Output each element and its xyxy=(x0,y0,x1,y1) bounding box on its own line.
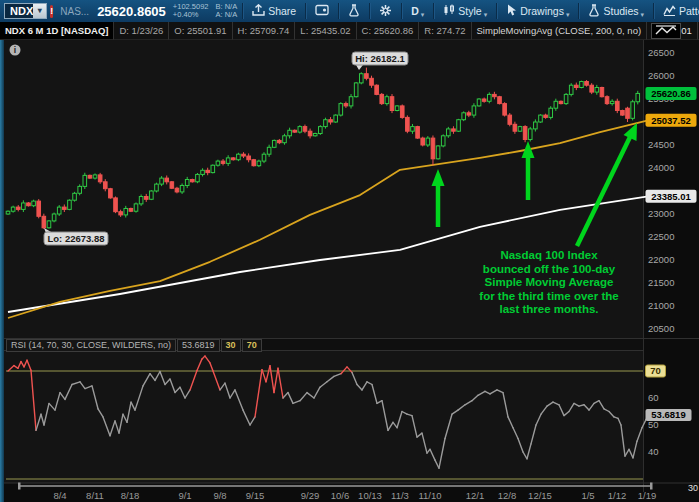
svg-text:Hi: 26182.1: Hi: 26182.1 xyxy=(355,53,405,64)
svg-text:Nasdaq 100 Index: Nasdaq 100 Index xyxy=(500,249,598,261)
rsi-header: RSI (14, 70, 30, CLOSE, WILDERS, no) 53.… xyxy=(6,339,263,352)
date-tick: 9/8 xyxy=(213,490,226,501)
price-chart: Hi: 26182.1Lo: 22673.88Nasdaq 100 Indexb… xyxy=(0,40,699,502)
alert-badge-icon[interactable]: ! xyxy=(50,5,53,18)
svg-text:last three months.: last three months. xyxy=(499,303,598,315)
window-edge xyxy=(0,40,4,502)
gear-icon xyxy=(379,4,392,19)
price-tick: 26000 xyxy=(648,70,674,81)
ohlc-date: D: 1/23/26 xyxy=(114,22,169,40)
svg-text:bounced off the 100-day: bounced off the 100-day xyxy=(483,263,616,275)
svg-text:25037.52: 25037.52 xyxy=(651,115,691,126)
date-tick: 12/1 xyxy=(466,490,485,501)
chart-info-row: NDX 6 M 1D [NASDAQ] D: 1/23/26 O: 25501.… xyxy=(0,22,699,40)
chart-stage: RSI (14, 70, 30, CLOSE, WILDERS, no) 53.… xyxy=(0,40,699,502)
flask-icon xyxy=(348,4,360,19)
cursor-icon xyxy=(506,4,517,18)
symbol-value: NDX xyxy=(10,5,33,17)
svg-text:30: 30 xyxy=(688,483,698,493)
date-tick: 9/29 xyxy=(301,490,320,501)
quick-study-button[interactable] xyxy=(344,0,364,22)
date-tick: 10/13 xyxy=(358,490,382,501)
price-tick: 23000 xyxy=(648,208,674,219)
news-icon xyxy=(315,4,329,18)
interval-button[interactable]: D▾ xyxy=(407,0,428,22)
price-tick: 26500 xyxy=(648,47,674,58)
date-tick: 12/15 xyxy=(528,490,552,501)
rsi-value: 53.6819 xyxy=(177,339,220,352)
share-button[interactable]: Share xyxy=(248,0,300,22)
ohlc-low: L: 25435.02 xyxy=(295,22,356,40)
date-tick: 10/6 xyxy=(331,490,350,501)
exchange-label: NAS... xyxy=(60,6,89,17)
time-slider[interactable] xyxy=(18,483,653,490)
date-tick: 12/8 xyxy=(498,490,517,501)
study-label[interactable]: SimpleMovingAvg (CLOSE, 200, 0, no) xyxy=(472,22,648,40)
share-icon xyxy=(252,4,265,18)
date-tick: 1/19 xyxy=(638,490,657,501)
price-tick: 21000 xyxy=(648,300,674,311)
svg-text:53.6819: 53.6819 xyxy=(651,409,685,420)
patterns-button[interactable]: Patterns▾ xyxy=(659,0,699,22)
studies-flask-icon xyxy=(588,4,600,19)
rsi-oversold-level: 30 xyxy=(221,339,241,352)
date-tick: 11/10 xyxy=(418,490,441,501)
price-tick: 21500 xyxy=(648,277,674,288)
style-button[interactable]: Style▾ xyxy=(439,0,491,22)
date-tick: 8/11 xyxy=(86,490,104,501)
zigzag-icon xyxy=(654,22,678,40)
style-icon xyxy=(443,4,455,18)
ohlc-high: H: 25709.74 xyxy=(233,22,296,40)
ohlc-close: C: 25620.86 xyxy=(357,22,420,40)
svg-text:i: i xyxy=(14,45,16,55)
date-tick: 8/4 xyxy=(53,490,66,501)
price-axis[interactable] xyxy=(644,40,699,502)
ask-value: A: N/A xyxy=(216,11,238,19)
svg-text:Lo: 22673.88: Lo: 22673.88 xyxy=(47,233,104,244)
top-toolbar: NDX ▾ ! NAS... 25620.8605 +102.5092 +0.4… xyxy=(0,0,699,22)
studies-button[interactable]: Studies▾ xyxy=(584,0,648,22)
svg-text:40: 40 xyxy=(648,446,659,457)
chart-mode-button[interactable] xyxy=(651,23,681,39)
date-tick: 11/3 xyxy=(391,490,409,501)
price-tick: 22000 xyxy=(648,254,674,265)
date-tick: 9/15 xyxy=(246,490,265,501)
date-tick: 8/18 xyxy=(121,490,140,501)
svg-text:60: 60 xyxy=(648,392,659,403)
news-button[interactable] xyxy=(311,0,333,22)
ohlc-open: O: 25501.91 xyxy=(169,22,232,40)
change-stack: +102.5092 +0.40% xyxy=(173,3,209,19)
svg-text:70: 70 xyxy=(650,365,661,376)
date-tick: 1/12 xyxy=(608,490,627,501)
date-tick: 1/5 xyxy=(581,490,594,501)
price-tick: 20500 xyxy=(648,323,674,334)
drawings-button[interactable]: Drawings▾ xyxy=(502,0,573,22)
price-tick: 22500 xyxy=(648,231,674,242)
change-percent: +0.40% xyxy=(173,11,209,19)
rsi-overbought-level: 70 xyxy=(242,339,262,352)
chart-title: NDX 6 M 1D [NASDAQ] xyxy=(0,22,114,40)
svg-text:23385.01: 23385.01 xyxy=(651,191,691,202)
ohlc-range: R: 274.72 xyxy=(419,22,471,40)
date-tick: 9/1 xyxy=(178,490,191,501)
last-price: 25620.8605 xyxy=(97,4,166,19)
symbol-dropdown-icon[interactable]: ▾ xyxy=(33,4,46,18)
svg-text:Simple Moving Average: Simple Moving Average xyxy=(485,276,614,288)
bid-ask-stack: B: N/A A: N/A xyxy=(216,3,238,19)
settings-button[interactable] xyxy=(375,0,396,22)
price-tick: 24500 xyxy=(648,139,674,150)
symbol-input[interactable]: NDX ▾ xyxy=(4,3,47,19)
price-tick: 24000 xyxy=(648,162,674,173)
rsi-study-label[interactable]: RSI (14, 70, 30, CLOSE, WILDERS, no) xyxy=(6,339,176,352)
svg-text:for the third time over the: for the third time over the xyxy=(479,290,618,302)
patterns-icon xyxy=(663,5,676,18)
svg-text:25620.86: 25620.86 xyxy=(651,88,691,99)
